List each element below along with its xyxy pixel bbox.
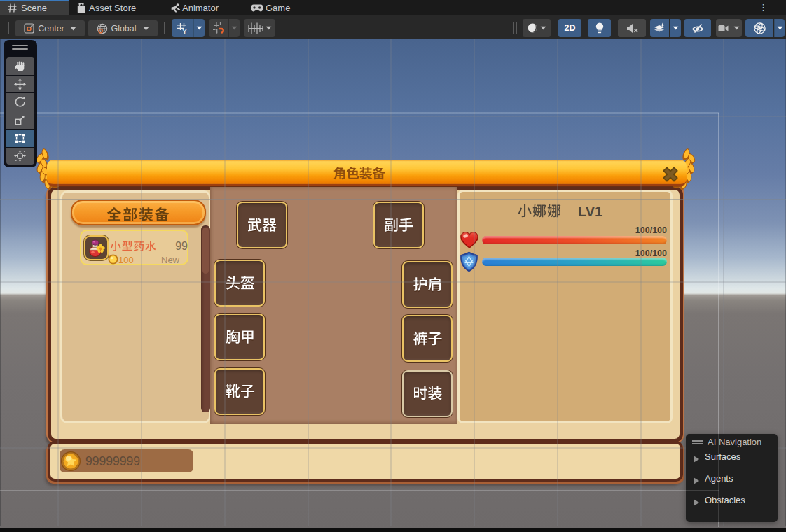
svg-text:Y: Y: [182, 27, 187, 34]
